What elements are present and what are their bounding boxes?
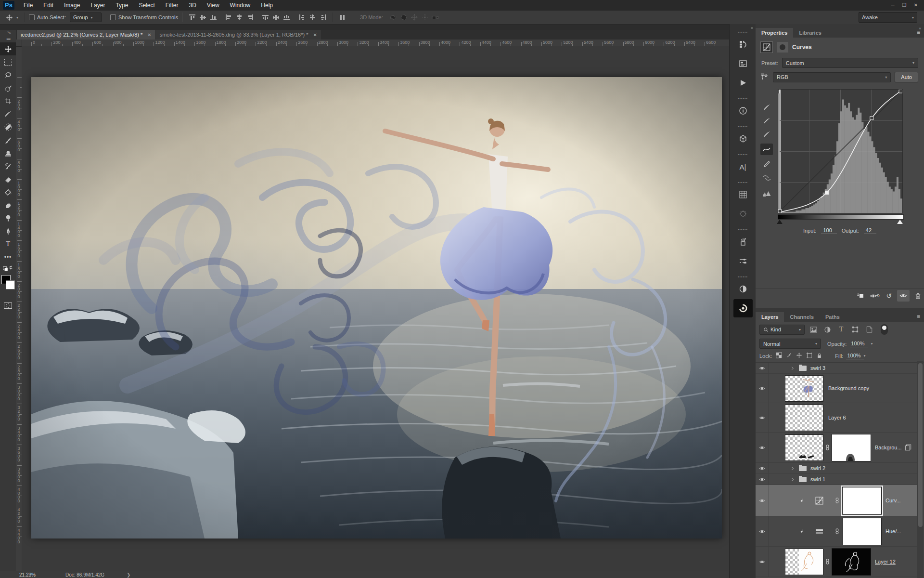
layer-row-swirl1[interactable]: swirl 1 [756, 474, 917, 485]
filter-type-layers-icon[interactable]: T [836, 325, 847, 334]
plugin-panel-icon[interactable] [733, 299, 753, 317]
distribute-vertical-centers-icon[interactable] [270, 13, 281, 22]
move-tool-icon[interactable] [4, 13, 14, 22]
horizontal-ruler[interactable]: 0200400600800100012001400160018002000220… [16, 39, 729, 47]
filter-smart-objects-icon[interactable] [864, 325, 874, 334]
targeted-adjustment-icon[interactable] [759, 72, 769, 82]
layer-row-curves-adjustment[interactable]: Curv... [756, 485, 917, 516]
tool-type[interactable]: T [0, 237, 16, 250]
fill-value[interactable]: 100% [846, 353, 863, 359]
visibility-eye-icon[interactable] [756, 485, 769, 516]
align-top-edges-icon[interactable] [187, 13, 197, 22]
layer-mask-thumbnail[interactable] [832, 548, 871, 576]
distribute-left-edges-icon[interactable] [296, 13, 307, 22]
properties-menu-icon[interactable]: ≡ [917, 29, 920, 36]
ruler-origin-corner[interactable] [16, 39, 22, 47]
3d-slide-icon[interactable] [420, 13, 430, 22]
tool-dodge[interactable] [0, 211, 16, 224]
layer-filtering-toggle[interactable] [881, 324, 888, 335]
input-value[interactable]: 100 [821, 227, 836, 234]
visibility-eye-icon[interactable] [756, 433, 769, 462]
layer-mask-badge-icon[interactable] [777, 42, 788, 53]
tab-overflow-icon[interactable]: » [9, 31, 10, 36]
layer-row-background-copy[interactable]: Background copy [756, 374, 917, 403]
menu-edit[interactable]: Edit [38, 0, 59, 11]
group-chevron-icon[interactable] [790, 366, 795, 371]
document-tab-icedance[interactable]: icedance2.psd @ 21.2% (Curves 2, Layer M… [17, 30, 155, 39]
tool-pen[interactable] [0, 224, 16, 237]
align-bottom-edges-icon[interactable] [208, 13, 218, 22]
menu-3d[interactable]: 3D [183, 0, 201, 11]
auto-select-mode-dropdown[interactable]: Group▾ [70, 13, 102, 22]
filter-kind-dropdown[interactable]: Kind▾ [759, 325, 805, 335]
delete-adjustment-icon[interactable] [911, 290, 924, 302]
filter-adjustment-layers-icon[interactable] [822, 325, 833, 334]
gray-point-eyedropper-icon[interactable] [760, 115, 773, 126]
mask-link-icon[interactable] [824, 444, 831, 451]
visibility-eye-icon[interactable] [756, 363, 769, 373]
close-tab-icon[interactable]: ✕ [313, 32, 317, 38]
default-swatches-icon[interactable] [0, 263, 16, 273]
channel-dropdown[interactable]: RGB▾ [773, 72, 891, 82]
tab-channels[interactable]: Channels [784, 312, 820, 322]
lock-position-icon[interactable] [796, 352, 802, 359]
menu-layer[interactable]: Layer [85, 0, 110, 11]
filter-pixel-layers-icon[interactable] [808, 325, 819, 334]
layer-mask-thumbnail-selected[interactable] [842, 487, 882, 514]
tool-eraser[interactable] [0, 172, 16, 185]
menu-file[interactable]: File [18, 0, 38, 11]
align-left-edges-icon[interactable] [223, 13, 234, 22]
canvas-pasteboard[interactable] [22, 46, 729, 571]
toggle-visibility-icon[interactable] [897, 290, 910, 302]
visibility-eye-icon[interactable] [756, 474, 769, 485]
distribute-top-edges-icon[interactable] [260, 13, 270, 22]
tool-crop[interactable] [0, 94, 16, 107]
tool-clone-stamp[interactable] [0, 146, 16, 159]
group-chevron-icon[interactable] [790, 477, 795, 482]
distribute-spacing-icon[interactable] [337, 13, 347, 22]
status-chevron-icon[interactable]: ❯ [127, 572, 130, 578]
document-tab-smoke-test[interactable]: smoke-test-2013-11-8-2605.dng @ 33.3% (L… [155, 30, 321, 39]
layer-row-swirl3[interactable]: swirl 3 [756, 363, 917, 374]
actions-panel-icon[interactable] [733, 74, 753, 92]
menu-view[interactable]: View [202, 0, 225, 11]
brushes-panel-icon[interactable] [733, 233, 753, 251]
white-point-eyedropper-icon[interactable] [760, 128, 773, 140]
curves-editor[interactable] [778, 89, 903, 213]
layer-thumbnail[interactable] [785, 375, 823, 402]
lock-pixels-icon[interactable] [786, 352, 792, 359]
tool-history-brush[interactable] [0, 159, 16, 172]
tab-libraries[interactable]: Libraries [793, 28, 827, 38]
distribute-horizontal-centers-icon[interactable] [307, 13, 318, 22]
edit-points-curve-icon[interactable] [760, 144, 773, 155]
curve-point-selected[interactable] [825, 191, 829, 194]
tool-paint-bucket[interactable] [0, 185, 16, 198]
scrollbar-thumb[interactable] [918, 363, 923, 527]
align-right-edges-icon[interactable] [244, 13, 255, 22]
visibility-eye-icon[interactable] [756, 516, 769, 546]
menu-help[interactable]: Help [256, 0, 278, 11]
layer-thumbnail[interactable] [785, 434, 823, 461]
curve-point[interactable] [870, 117, 873, 120]
tool-quick-selection[interactable] [0, 81, 16, 94]
curve-point[interactable] [899, 90, 902, 93]
brush-settings-panel-icon[interactable] [733, 252, 753, 270]
output-value[interactable]: 42 [864, 227, 876, 234]
reset-adjustment-icon[interactable]: ↺ [883, 290, 895, 302]
auto-select-checkbox[interactable] [29, 14, 35, 20]
group-chevron-icon[interactable] [790, 466, 795, 471]
menu-image[interactable]: Image [59, 0, 85, 11]
mask-link-icon[interactable] [834, 528, 840, 535]
curves-adjustment-icon[interactable] [815, 497, 823, 505]
3d-orbit-icon[interactable] [388, 13, 398, 22]
tool-spot-healing-brush[interactable] [0, 120, 16, 133]
curve-point[interactable] [778, 210, 782, 213]
align-vertical-centers-icon[interactable] [197, 13, 208, 22]
menu-select[interactable]: Select [133, 0, 160, 11]
fill-caret-icon[interactable]: ▾ [864, 354, 866, 358]
visibility-eye-icon[interactable] [756, 403, 769, 432]
distribute-right-edges-icon[interactable] [318, 13, 328, 22]
smooth-curve-icon[interactable] [760, 172, 773, 184]
menu-filter[interactable]: Filter [160, 0, 184, 11]
lock-all-icon[interactable] [816, 353, 822, 359]
